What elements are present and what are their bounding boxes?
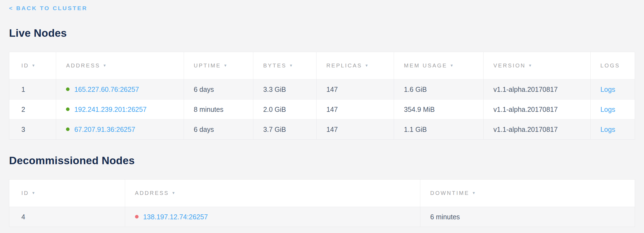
node-downtime-cell: 6 minutes bbox=[420, 207, 635, 227]
column-header-downtime[interactable]: DOWNTIME▾ bbox=[420, 180, 635, 207]
node-logs-link[interactable]: Logs bbox=[600, 126, 615, 133]
column-header-logs: LOGS bbox=[590, 52, 635, 79]
sort-arrow-icon: ▾ bbox=[32, 190, 34, 195]
back-chevron-icon: < bbox=[9, 5, 13, 11]
column-header-uptime[interactable]: UPTIME▾ bbox=[184, 52, 253, 79]
node-uptime-cell: 6 days bbox=[184, 120, 253, 140]
node-logs-cell: Logs bbox=[590, 79, 635, 100]
node-replicas-cell: 147 bbox=[316, 100, 394, 120]
live-nodes-title: Live Nodes bbox=[9, 27, 635, 39]
live-nodes-table: ID▾ ADDRESS▾ UPTIME▾ BYTES▾ REPLICAS▾ ME… bbox=[9, 52, 635, 140]
column-header-address[interactable]: ADDRESS▾ bbox=[56, 52, 184, 79]
node-version-cell: v1.1-alpha.20170817 bbox=[483, 120, 590, 140]
sort-arrow-icon: ▾ bbox=[529, 63, 531, 68]
node-live-status-icon bbox=[66, 127, 70, 131]
node-mem-usage-cell: 354.9 MiB bbox=[394, 100, 484, 120]
node-bytes-cell: 3.7 GiB bbox=[253, 120, 317, 140]
node-live-status-icon bbox=[66, 87, 70, 91]
node-id-cell: 4 bbox=[9, 207, 125, 227]
node-replicas-cell: 147 bbox=[316, 120, 394, 140]
decommissioned-node-row: 4 138.197.12.74:26257 6 minutes bbox=[9, 207, 635, 227]
decommissioned-nodes-header-row: ID▾ ADDRESS▾ DOWNTIME▾ bbox=[9, 180, 635, 207]
sort-arrow-icon: ▾ bbox=[473, 190, 475, 195]
decommissioned-nodes-title: Decommissioned Nodes bbox=[9, 154, 635, 167]
node-address-link[interactable]: 67.207.91.36:26257 bbox=[74, 126, 135, 133]
node-id-cell: 1 bbox=[9, 79, 56, 100]
node-version-cell: v1.1-alpha.20170817 bbox=[483, 79, 590, 100]
node-address-cell: 138.197.12.74:26257 bbox=[125, 207, 420, 227]
sort-arrow-icon: ▾ bbox=[224, 63, 226, 68]
node-id-cell: 2 bbox=[9, 100, 56, 120]
node-address-cell: 165.227.60.76:26257 bbox=[56, 79, 184, 100]
back-to-cluster-link[interactable]: <BACK TO CLUSTER bbox=[9, 4, 88, 12]
column-header-replicas[interactable]: REPLICAS▾ bbox=[316, 52, 394, 79]
column-header-version[interactable]: VERSION▾ bbox=[483, 52, 590, 79]
node-decommissioned-status-icon bbox=[135, 215, 139, 218]
node-address-link[interactable]: 192.241.239.201:26257 bbox=[74, 106, 146, 113]
column-header-address[interactable]: ADDRESS▾ bbox=[125, 180, 420, 207]
sort-arrow-icon: ▾ bbox=[104, 63, 106, 68]
live-node-row: 2 192.241.239.201:26257 8 minutes 2.0 Gi… bbox=[9, 100, 635, 120]
node-logs-cell: Logs bbox=[590, 100, 635, 120]
node-uptime-cell: 6 days bbox=[184, 79, 253, 100]
column-header-mem-usage[interactable]: MEM USAGE▾ bbox=[394, 52, 484, 79]
nodes-page: <BACK TO CLUSTER Live Nodes ID▾ ADDRESS▾… bbox=[0, 0, 644, 227]
sort-arrow-icon: ▾ bbox=[366, 63, 368, 68]
sort-arrow-icon: ▾ bbox=[32, 63, 34, 68]
node-address-cell: 192.241.239.201:26257 bbox=[56, 100, 184, 120]
back-link-label: BACK TO CLUSTER bbox=[16, 5, 87, 11]
decommissioned-nodes-table: ID▾ ADDRESS▾ DOWNTIME▾ 4 138.197.12.74:2… bbox=[9, 179, 635, 227]
node-version-cell: v1.1-alpha.20170817 bbox=[483, 100, 590, 120]
node-mem-usage-cell: 1.1 GiB bbox=[394, 120, 484, 140]
sort-arrow-icon: ▾ bbox=[172, 190, 174, 195]
sort-arrow-icon: ▾ bbox=[290, 63, 292, 68]
node-address-link[interactable]: 165.227.60.76:26257 bbox=[74, 86, 139, 93]
live-node-row: 3 67.207.91.36:26257 6 days 3.7 GiB 147 … bbox=[9, 120, 635, 140]
sort-arrow-icon: ▾ bbox=[450, 63, 453, 68]
node-live-status-icon bbox=[66, 107, 70, 111]
node-address-cell: 67.207.91.36:26257 bbox=[56, 120, 184, 140]
node-address-link[interactable]: 138.197.12.74:26257 bbox=[143, 213, 208, 221]
node-bytes-cell: 3.3 GiB bbox=[253, 79, 317, 100]
node-uptime-cell: 8 minutes bbox=[184, 100, 253, 120]
node-bytes-cell: 2.0 GiB bbox=[253, 100, 317, 120]
live-node-row: 1 165.227.60.76:26257 6 days 3.3 GiB 147… bbox=[9, 79, 635, 100]
node-id-cell: 3 bbox=[9, 120, 56, 140]
node-mem-usage-cell: 1.6 GiB bbox=[394, 79, 484, 100]
node-logs-link[interactable]: Logs bbox=[600, 106, 615, 113]
node-logs-cell: Logs bbox=[590, 120, 635, 140]
column-header-bytes[interactable]: BYTES▾ bbox=[253, 52, 317, 79]
node-replicas-cell: 147 bbox=[316, 79, 394, 100]
live-nodes-header-row: ID▾ ADDRESS▾ UPTIME▾ BYTES▾ REPLICAS▾ ME… bbox=[9, 52, 635, 79]
column-header-id[interactable]: ID▾ bbox=[9, 52, 56, 79]
column-header-id[interactable]: ID▾ bbox=[9, 180, 125, 207]
node-logs-link[interactable]: Logs bbox=[600, 86, 615, 93]
